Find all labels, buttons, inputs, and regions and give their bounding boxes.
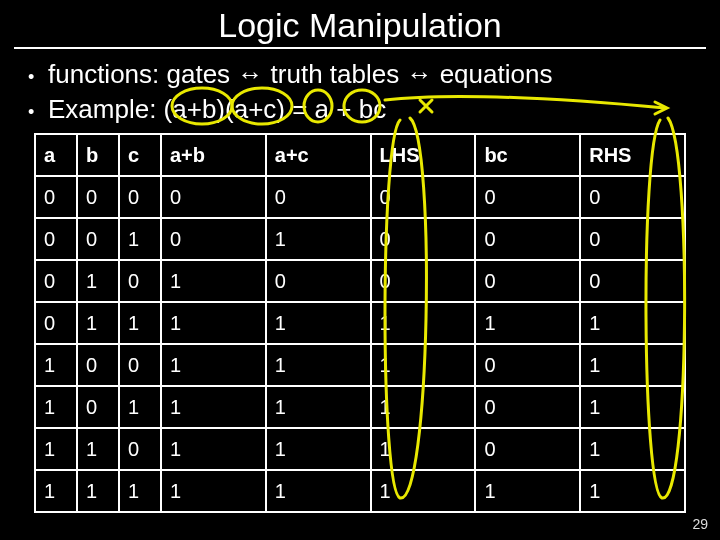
- table-cell: 1: [580, 470, 685, 512]
- bullet-item: • Example: (a+b)(a+c) = a + bc: [28, 92, 720, 127]
- table-cell: 1: [580, 344, 685, 386]
- table-cell: 0: [475, 176, 580, 218]
- table-cell: 1: [161, 260, 266, 302]
- table-cell: 1: [266, 344, 371, 386]
- table-cell: 1: [266, 218, 371, 260]
- table-cell: 1: [35, 344, 77, 386]
- table-cell: 0: [35, 176, 77, 218]
- table-cell: 0: [35, 302, 77, 344]
- table-row: 01111111: [35, 302, 685, 344]
- table-cell: 0: [119, 428, 161, 470]
- table-cell: 1: [161, 470, 266, 512]
- table-cell: 1: [119, 386, 161, 428]
- table-cell: 1: [475, 302, 580, 344]
- table-row: 10111101: [35, 386, 685, 428]
- table-cell: 1: [371, 386, 476, 428]
- bullet-dot-icon: •: [28, 100, 48, 124]
- bullet-text: Example: (a+b)(a+c) = a + bc: [48, 92, 386, 127]
- bullet-text: functions: gates ↔ truth tables ↔ equati…: [48, 57, 552, 92]
- col-header: a+c: [266, 134, 371, 176]
- table-cell: 0: [161, 176, 266, 218]
- table-row: 01010000: [35, 260, 685, 302]
- table-cell: 1: [119, 218, 161, 260]
- table-cell: 0: [161, 218, 266, 260]
- table-cell: 0: [475, 344, 580, 386]
- table-cell: 1: [161, 302, 266, 344]
- table-cell: 0: [35, 260, 77, 302]
- col-header: a+b: [161, 134, 266, 176]
- table-cell: 0: [371, 176, 476, 218]
- table-cell: 1: [371, 302, 476, 344]
- table-cell: 0: [475, 428, 580, 470]
- table-cell: 0: [371, 218, 476, 260]
- col-header: c: [119, 134, 161, 176]
- table-row: 00101000: [35, 218, 685, 260]
- table-cell: 0: [580, 260, 685, 302]
- table-cell: 0: [266, 176, 371, 218]
- table-cell: 1: [119, 470, 161, 512]
- truth-table-container: a b c a+b a+c LHS bc RHS 000000000010100…: [0, 133, 720, 513]
- table-cell: 1: [475, 470, 580, 512]
- table-row: 11011101: [35, 428, 685, 470]
- table-cell: 0: [475, 218, 580, 260]
- table-cell: 0: [77, 176, 119, 218]
- bullet-dot-icon: •: [28, 65, 48, 89]
- table-cell: 1: [77, 470, 119, 512]
- table-row: 11111111: [35, 470, 685, 512]
- slide-title: Logic Manipulation: [14, 0, 706, 49]
- table-cell: 1: [580, 386, 685, 428]
- table-cell: 1: [161, 386, 266, 428]
- table-cell: 1: [161, 428, 266, 470]
- table-cell: 0: [475, 260, 580, 302]
- table-cell: 0: [119, 176, 161, 218]
- page-number: 29: [692, 516, 708, 532]
- table-cell: 1: [77, 428, 119, 470]
- table-cell: 0: [266, 260, 371, 302]
- table-row: 00000000: [35, 176, 685, 218]
- col-header: b: [77, 134, 119, 176]
- table-cell: 0: [77, 218, 119, 260]
- table-cell: 1: [77, 302, 119, 344]
- table-cell: 1: [266, 470, 371, 512]
- table-cell: 0: [580, 176, 685, 218]
- table-cell: 1: [35, 386, 77, 428]
- col-header: a: [35, 134, 77, 176]
- table-cell: 1: [161, 344, 266, 386]
- col-header: LHS: [371, 134, 476, 176]
- table-cell: 0: [580, 218, 685, 260]
- table-cell: 1: [371, 428, 476, 470]
- table-cell: 1: [371, 344, 476, 386]
- table-cell: 0: [119, 344, 161, 386]
- col-header: RHS: [580, 134, 685, 176]
- table-cell: 0: [371, 260, 476, 302]
- table-cell: 0: [35, 218, 77, 260]
- table-cell: 1: [580, 428, 685, 470]
- table-cell: 0: [77, 386, 119, 428]
- table-cell: 0: [77, 344, 119, 386]
- table-cell: 0: [119, 260, 161, 302]
- table-cell: 1: [266, 302, 371, 344]
- truth-table: a b c a+b a+c LHS bc RHS 000000000010100…: [34, 133, 686, 513]
- table-header-row: a b c a+b a+c LHS bc RHS: [35, 134, 685, 176]
- col-header: bc: [475, 134, 580, 176]
- table-cell: 1: [371, 470, 476, 512]
- bullet-list: • functions: gates ↔ truth tables ↔ equa…: [0, 49, 720, 133]
- table-cell: 1: [35, 470, 77, 512]
- table-cell: 0: [475, 386, 580, 428]
- table-cell: 1: [35, 428, 77, 470]
- table-cell: 1: [266, 428, 371, 470]
- table-cell: 1: [119, 302, 161, 344]
- table-row: 10011101: [35, 344, 685, 386]
- bullet-item: • functions: gates ↔ truth tables ↔ equa…: [28, 57, 720, 92]
- table-cell: 1: [266, 386, 371, 428]
- table-cell: 1: [77, 260, 119, 302]
- table-cell: 1: [580, 302, 685, 344]
